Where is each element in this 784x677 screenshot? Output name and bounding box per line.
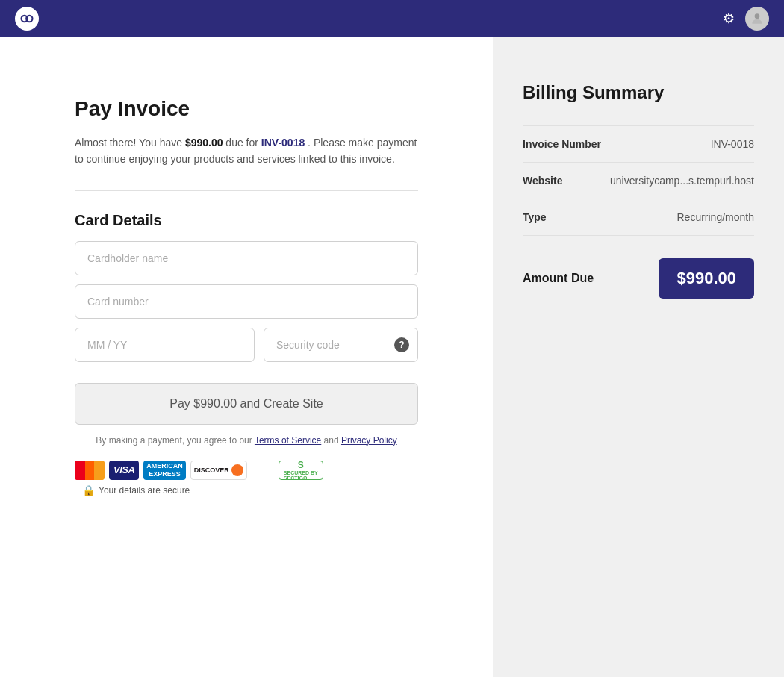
expiry-security-row: ?	[75, 328, 418, 362]
top-navigation: ⚙	[0, 0, 784, 37]
amex-logo: AMERICANEXPRESS	[143, 461, 186, 480]
subtitle: Almost there! You have $990.00 due for I…	[75, 134, 418, 168]
subtitle-mid: due for	[223, 137, 261, 149]
sectigo-badge: S SECURED BYSECTIGO	[279, 461, 323, 480]
terms-text: By making a payment, you agree to our Te…	[75, 435, 418, 446]
pay-button[interactable]: Pay $990.00 and Create Site	[75, 383, 418, 425]
avatar[interactable]	[745, 7, 769, 31]
website-value: universitycamp...s.tempurl.host	[610, 175, 754, 187]
secure-badge: 🔒 Your details are secure	[82, 484, 190, 496]
app-logo[interactable]	[15, 7, 39, 31]
amount-due-label: Amount Due	[523, 272, 594, 285]
footer-badges: VISA AMERICANEXPRESS DISCOVER S SECURED …	[75, 461, 418, 496]
card-number-input[interactable]	[75, 284, 418, 319]
settings-icon[interactable]: ⚙	[723, 10, 735, 27]
visa-logo: VISA	[109, 461, 139, 480]
card-number-field-group	[75, 284, 418, 319]
page-layout: Pay Invoice Almost there! You have $990.…	[0, 37, 784, 677]
security-code-group: ?	[264, 328, 418, 362]
lock-icon: 🔒	[82, 484, 95, 496]
terms-mid: and	[321, 435, 341, 446]
invoice-number-row: Invoice Number INV-0018	[523, 125, 754, 163]
amount-due-row: Amount Due $990.00	[523, 258, 754, 299]
divider	[75, 190, 418, 191]
mastercard-logo	[75, 461, 105, 480]
amount-due-value: $990.00	[659, 258, 754, 299]
cardholder-field-group	[75, 241, 418, 275]
expiry-input[interactable]	[75, 328, 255, 362]
svg-point-2	[755, 13, 760, 19]
terms-prefix: By making a payment, you agree to our	[96, 435, 255, 446]
cardholder-input[interactable]	[75, 241, 418, 275]
website-label: Website	[523, 175, 562, 187]
terms-link[interactable]: Terms of Service	[255, 435, 321, 446]
invoice-number-value: INV-0018	[711, 138, 754, 150]
nav-right: ⚙	[723, 7, 769, 31]
security-help-icon[interactable]: ?	[394, 337, 409, 352]
billing-sidebar: Billing Summary Invoice Number INV-0018 …	[493, 37, 784, 677]
type-value: Recurring/month	[677, 211, 755, 223]
invoice-number-label: Invoice Number	[523, 138, 601, 150]
billing-summary-title: Billing Summary	[523, 82, 754, 103]
subtitle-invoice: INV-0018	[261, 137, 305, 149]
type-row: Type Recurring/month	[523, 199, 754, 236]
privacy-link[interactable]: Privacy Policy	[341, 435, 397, 446]
card-details-title: Card Details	[75, 212, 418, 229]
main-content: Pay Invoice Almost there! You have $990.…	[0, 37, 493, 677]
subtitle-prefix: Almost there! You have	[75, 137, 185, 149]
secure-text: Your details are secure	[99, 485, 190, 496]
discover-logo: DISCOVER	[190, 461, 247, 480]
subtitle-amount: $990.00	[185, 137, 223, 149]
type-label: Type	[523, 211, 547, 223]
page-title: Pay Invoice	[75, 97, 418, 121]
website-row: Website universitycamp...s.tempurl.host	[523, 163, 754, 199]
